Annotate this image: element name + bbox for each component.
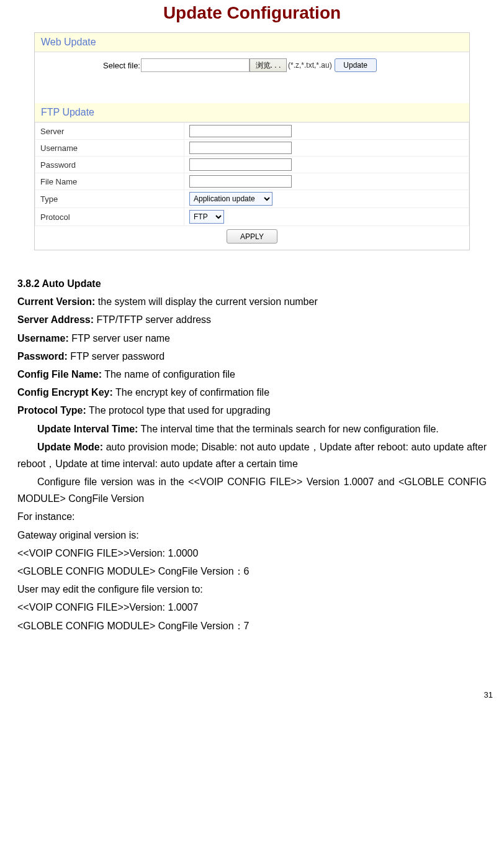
ftp-update-table: Server Username Password File Name Type … [35,122,469,226]
server-input[interactable] [189,125,292,137]
update-mode-label: Update Mode: [37,442,103,452]
config-file-name-label: Config File Name: [17,369,102,380]
filename-label: File Name [35,173,184,190]
server-address-label: Server Address: [17,314,94,325]
document-body: 3.8.2 Auto Update Current Version: the s… [17,275,487,634]
file-types-label: (*.z,*.txt,*.au) [288,61,332,70]
section-heading: 3.8.2 Auto Update [17,275,487,292]
protocol-label: Protocol [35,208,184,226]
protocol-type-text: The protocol type that used for upgradin… [86,405,271,416]
type-select[interactable]: Application update [189,192,272,206]
globle-line-1: <GLOBLE CONFIG MODULE> CongFile Version：… [17,563,487,580]
apply-button[interactable]: APPLY [227,229,277,244]
current-version-text: the system will display the current vers… [95,296,317,307]
select-file-input[interactable] [141,58,250,72]
doc-password-text: FTP server password [68,351,164,362]
type-label: Type [35,190,184,208]
username-label: Username [35,140,184,157]
config-panel: Web Update Select file: 浏览. . . (*.z,*.t… [34,32,470,250]
globle-line-2: <GLOBLE CONFIG MODULE> CongFile Version：… [17,617,487,634]
gateway-original-text: Gateway original version is: [17,527,487,544]
config-encrypt-key-text: The encrypt key of confirmation file [113,387,269,398]
doc-username-text: FTP server user name [69,333,170,344]
server-address-text: FTP/TFTP server address [94,314,211,325]
password-input[interactable] [189,158,292,171]
doc-password-label: Password: [17,351,68,362]
doc-username-label: Username: [17,333,69,344]
config-encrypt-key-label: Config Encrypt Key: [17,387,113,398]
page-title: Update Configuration [0,3,504,23]
current-version-label: Current Version: [17,296,95,307]
voip-line-2: <<VOIP CONFIG FILE>>Version: 1.0007 [17,599,487,616]
config-file-name-text: The name of configuration file [102,369,235,380]
browse-button[interactable]: 浏览. . . [250,58,287,72]
update-interval-label: Update Interval Time: [37,424,138,434]
ftp-update-header: FTP Update [35,103,469,122]
filename-input[interactable] [189,175,292,188]
web-update-header: Web Update [35,33,469,52]
page-number: 31 [0,690,493,699]
select-file-label: Select file: [103,61,140,70]
update-interval-text: The interval time that the terminals sea… [138,424,438,434]
config-file-version-text: Configure file version was in the <<VOIP… [17,473,487,507]
for-instance-text: For instance: [17,508,487,525]
update-button[interactable]: Update [335,58,377,72]
user-may-edit-text: User may edit the configure file version… [17,581,487,598]
protocol-type-label: Protocol Type: [17,405,86,416]
username-input[interactable] [189,142,292,154]
server-label: Server [35,123,184,140]
web-update-section: Select file: 浏览. . . (*.z,*.txt,*.au) Up… [35,52,469,103]
protocol-select[interactable]: FTP [189,210,224,224]
password-label: Password [35,157,184,173]
voip-line-1: <<VOIP CONFIG FILE>>Version: 1.0000 [17,545,487,562]
